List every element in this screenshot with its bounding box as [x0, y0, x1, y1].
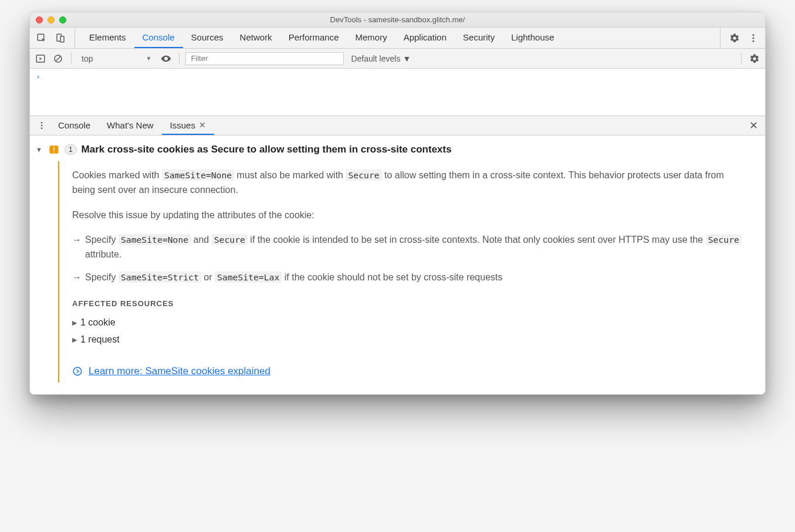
devtools-window: DevTools - samesite-sandbox.glitch.me/ E… — [29, 12, 766, 395]
close-drawer-icon[interactable]: ✕ — [745, 117, 762, 134]
arrow-right-icon: → — [72, 270, 82, 285]
drawer-tab-issues[interactable]: Issues ✕ — [162, 116, 214, 135]
drawer-more-menu-icon[interactable] — [33, 117, 50, 134]
svg-point-3 — [753, 34, 755, 36]
console-toolbar: top ▼ Default levels ▼ — [30, 49, 765, 69]
zoom-window-button[interactable] — [59, 16, 66, 23]
main-tab-strip: Elements Console Sources Network Perform… — [30, 28, 765, 49]
tab-memory[interactable]: Memory — [347, 28, 395, 48]
issue-bullet-2: → Specify SameSite=Strict or SameSite=La… — [72, 270, 749, 285]
issue-bullet-1: → Specify SameSite=None and Secure if th… — [72, 233, 749, 262]
svg-point-10 — [41, 125, 43, 127]
expand-triangle-icon[interactable]: ▼ — [36, 146, 42, 153]
svg-point-15 — [73, 367, 82, 375]
learn-more-link[interactable]: Learn more: SameSite cookies explained — [89, 364, 270, 379]
issue-resolve-intro: Resolve this issue by updating the attri… — [72, 208, 749, 223]
issue-header-row[interactable]: ▼ 1 Mark cross-site cookies as Secure to… — [36, 141, 759, 161]
svg-point-5 — [753, 40, 755, 42]
svg-rect-2 — [60, 36, 64, 42]
levels-label: Default levels — [351, 54, 400, 63]
arrow-circle-right-icon — [72, 366, 83, 377]
issue-count-badge: 1 — [65, 144, 77, 155]
console-prompt-icon: › — [36, 72, 40, 81]
live-expression-eye-icon[interactable] — [159, 52, 173, 66]
close-window-button[interactable] — [36, 16, 43, 23]
svg-rect-14 — [53, 151, 55, 153]
execution-context-select[interactable]: top ▼ — [77, 52, 155, 65]
issues-panel: ▼ 1 Mark cross-site cookies as Secure to… — [30, 135, 765, 394]
svg-point-11 — [41, 127, 43, 129]
drawer-tab-console[interactable]: Console — [50, 116, 99, 135]
tab-elements[interactable]: Elements — [81, 28, 134, 48]
console-settings-gear-icon[interactable] — [747, 52, 762, 66]
log-levels-select[interactable]: Default levels ▼ — [347, 54, 414, 63]
svg-point-9 — [41, 122, 43, 124]
settings-gear-icon[interactable] — [726, 30, 743, 46]
svg-line-8 — [56, 56, 61, 61]
window-title: DevTools - samesite-sandbox.glitch.me/ — [36, 15, 759, 24]
tab-network[interactable]: Network — [232, 28, 280, 48]
affected-request-row[interactable]: ▶ 1 request — [72, 333, 749, 347]
tab-console[interactable]: Console — [134, 28, 183, 48]
clear-console-icon[interactable] — [51, 52, 65, 66]
titlebar: DevTools - samesite-sandbox.glitch.me/ — [30, 12, 765, 28]
minimize-window-button[interactable] — [48, 16, 55, 23]
tab-sources[interactable]: Sources — [183, 28, 232, 48]
tab-lighthouse[interactable]: Lighthouse — [503, 28, 562, 48]
svg-point-4 — [753, 37, 755, 39]
tab-performance[interactable]: Performance — [280, 28, 347, 48]
inspect-element-icon[interactable] — [33, 30, 50, 46]
chevron-down-icon: ▼ — [402, 54, 411, 63]
toggle-sidebar-icon[interactable] — [33, 52, 48, 66]
device-toolbar-icon[interactable] — [52, 30, 69, 46]
context-label: top — [82, 54, 93, 63]
console-filter-input[interactable] — [185, 52, 344, 65]
issue-body: Cookies marked with SameSite=None must a… — [58, 161, 759, 382]
close-tab-icon[interactable]: ✕ — [198, 120, 206, 130]
affected-request-label: 1 request — [80, 333, 120, 347]
affected-cookie-label: 1 cookie — [80, 316, 116, 330]
code-secure: Secure — [346, 170, 381, 181]
breaking-change-warning-icon — [48, 144, 60, 155]
svg-rect-13 — [53, 147, 55, 151]
issue-description: Cookies marked with SameSite=None must a… — [72, 168, 749, 198]
tab-application[interactable]: Application — [395, 28, 455, 48]
issue-title: Mark cross-site cookies as Secure to all… — [82, 144, 452, 155]
expand-triangle-icon: ▶ — [72, 335, 77, 345]
console-output-area[interactable]: › — [30, 69, 765, 116]
drawer-tab-strip: Console What's New Issues ✕ ✕ — [30, 116, 765, 135]
affected-resources-heading: AFFECTED RESOURCES — [72, 298, 749, 310]
code-samesite-none: SameSite=None — [162, 170, 234, 181]
chevron-down-icon: ▼ — [146, 55, 151, 62]
affected-cookie-row[interactable]: ▶ 1 cookie — [72, 316, 749, 330]
more-menu-icon[interactable] — [745, 30, 762, 46]
drawer-tab-issues-label: Issues — [170, 120, 195, 130]
drawer-tab-whats-new[interactable]: What's New — [99, 116, 162, 135]
expand-triangle-icon: ▶ — [72, 318, 77, 328]
tab-security[interactable]: Security — [455, 28, 503, 48]
learn-more-row: Learn more: SameSite cookies explained — [72, 364, 749, 379]
traffic-lights — [36, 16, 66, 23]
arrow-right-icon: → — [72, 233, 82, 262]
